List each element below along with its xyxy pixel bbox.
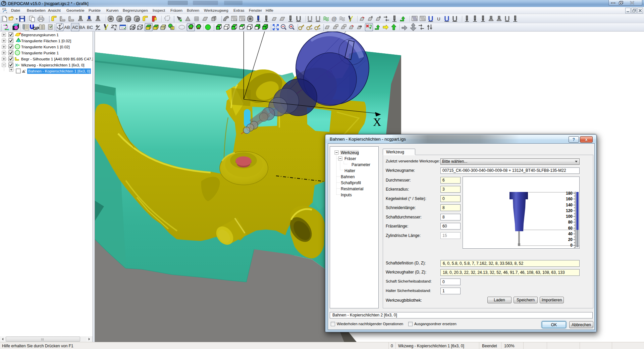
svg-text:GP: GP [33,26,39,31]
svg-text:@: @ [331,16,337,22]
svg-text:Begrenzungskurven 1: Begrenzungskurven 1 [21,33,59,37]
svg-text:Triangulierte Punkte 1: Triangulierte Punkte 1 [21,51,59,55]
svg-text:AB: AB [64,25,70,30]
svg-text:Werkzeug: Werkzeug [341,150,359,155]
svg-text:AC: AC [72,25,78,30]
svg-text:40: 40 [568,232,573,236]
svg-text:160: 160 [566,197,573,201]
svg-text:Begr - Silhouette 1 [A40.999 B: Begr - Silhouette 1 [A40.999 B5.695 C47.… [21,57,93,61]
svg-text:20: 20 [568,237,573,242]
svg-text:Bahnen - Kopierschlichten 1 [6: Bahnen - Kopierschlichten 1 [6x3, 0] [28,69,90,73]
svg-text:140: 140 [566,203,573,207]
svg-text:BA: BA [79,25,85,30]
svg-text:Halter: Halter [344,168,355,173]
svg-text:Schaftprofil: Schaftprofil [341,181,361,185]
svg-text:120: 120 [566,208,573,213]
svg-text:Bahnen: Bahnen [341,174,355,179]
svg-text:Fräser: Fräser [344,156,356,161]
svg-text:Inputs: Inputs [341,193,352,197]
svg-text:BC: BC [87,25,93,30]
svg-text:80: 80 [568,220,573,225]
svg-text:180: 180 [566,191,573,196]
svg-text:100: 100 [566,214,573,219]
svg-text:Wkzweg - Kopierschlichten 1 [6: Wkzweg - Kopierschlichten 1 [6x3, 0] [21,63,85,67]
svg-text:z: z [61,23,62,26]
svg-text:U: U [437,16,440,21]
svg-text:Restmaterial: Restmaterial [341,187,363,191]
svg-text:X: X [373,116,381,128]
svg-text:Parameter: Parameter [352,162,370,167]
svg-text:Triangulierte Kurven 1 [0.02]: Triangulierte Kurven 1 [0.02] [21,45,70,49]
svg-text:Triangulierte Flächen 1 [0.02]: Triangulierte Flächen 1 [0.02] [21,39,71,43]
svg-text:0: 0 [570,243,573,248]
